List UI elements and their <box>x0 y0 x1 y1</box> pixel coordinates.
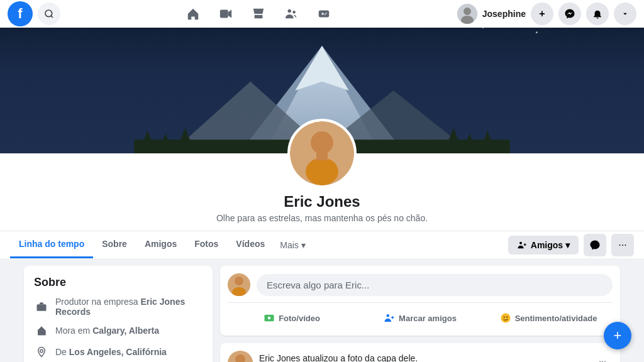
profile-avatar[interactable] <box>287 119 357 188</box>
friends-action-button[interactable]: Amigos ▾ <box>508 236 579 255</box>
profile-tabs: Linha do tempo Sobre Amigos Fotos Vídeos… <box>10 231 508 258</box>
svg-marker-3 <box>228 10 232 18</box>
tag-friends-label: Marcar amigos <box>399 314 457 323</box>
add-nav-button[interactable]: + <box>531 3 553 25</box>
composer-top: Escreva algo para Eric... <box>228 273 613 296</box>
more-actions-button[interactable]: ··· <box>611 234 634 256</box>
post-avatar[interactable] <box>228 351 253 362</box>
user-avatar-nav[interactable] <box>457 4 477 24</box>
left-panel: Sobre Produtor na empresa Eric Jones Rec… <box>24 266 213 362</box>
post-user-name[interactable]: Eric Jones atualizou a foto da capa dele… <box>259 353 418 362</box>
post-header: Eric Jones atualizou a foto da capa dele… <box>228 351 613 362</box>
groups-nav-icon[interactable] <box>276 0 306 28</box>
messenger-profile-button[interactable] <box>584 234 606 256</box>
tab-timeline[interactable]: Linha do tempo <box>10 231 93 258</box>
tab-about[interactable]: Sobre <box>93 231 136 258</box>
facebook-logo[interactable]: f <box>8 1 33 26</box>
profile-bio: Olhe para as estrelas, mas mantenha os p… <box>216 213 428 223</box>
svg-rect-44 <box>37 304 47 311</box>
svg-point-16 <box>536 31 538 33</box>
svg-point-9 <box>326 13 327 14</box>
profile-header: ✦ ✦ Eric Jones <box>0 28 644 258</box>
svg-point-56 <box>506 316 508 317</box>
search-button[interactable] <box>38 3 60 25</box>
from-city: Los Angeles, Califórnia <box>69 347 167 357</box>
composer-input[interactable]: Escreva algo para Eric... <box>257 274 613 296</box>
tab-more[interactable]: Mais ▾ <box>274 231 311 258</box>
marketplace-nav-icon[interactable] <box>243 0 274 28</box>
svg-rect-2 <box>220 10 228 18</box>
svg-text:✦: ✦ <box>519 28 525 29</box>
about-title: Sobre <box>34 276 203 289</box>
home-city: Calgary, Alberta <box>92 326 159 336</box>
gaming-nav-icon[interactable] <box>309 0 339 28</box>
svg-point-38 <box>311 131 333 154</box>
photo-video-label: Foto/vídeo <box>279 314 320 323</box>
svg-point-55 <box>503 316 504 317</box>
post-author: Eric Jones <box>259 353 300 362</box>
svg-point-5 <box>293 11 296 14</box>
profile-tabs-row: Linha do tempo Sobre Amigos Fotos Vídeos… <box>0 231 644 258</box>
about-item-home: Mora em Calgary, Alberta <box>34 323 203 338</box>
svg-point-10 <box>325 14 326 15</box>
tab-videos[interactable]: Vídeos <box>227 231 274 258</box>
svg-point-0 <box>45 10 52 17</box>
profile-body: Sobre Produtor na empresa Eric Jones Rec… <box>14 258 630 362</box>
home-icon <box>34 323 49 338</box>
svg-point-47 <box>235 277 243 285</box>
svg-point-4 <box>288 9 292 13</box>
svg-point-41 <box>519 241 522 244</box>
post-composer: Escreva algo para Eric... Foto/vídeo Mar… <box>220 266 620 336</box>
svg-line-1 <box>51 16 53 18</box>
profile-name: Eric Jones <box>284 193 360 211</box>
svg-point-50 <box>268 317 271 320</box>
tab-photos[interactable]: Fotos <box>186 231 227 258</box>
svg-point-51 <box>387 314 390 317</box>
right-panel: Escreva algo para Eric... Foto/vídeo Mar… <box>220 266 620 362</box>
post-card: Eric Jones atualizou a foto da capa dele… <box>220 343 620 362</box>
tab-friends[interactable]: Amigos <box>136 231 186 258</box>
fab-button[interactable]: + <box>604 322 631 349</box>
svg-point-12 <box>464 8 471 15</box>
main-content: ✦ ✦ Eric Jones <box>0 28 644 362</box>
nav-center <box>63 0 455 28</box>
friends-button-label: Amigos ▾ <box>531 240 570 250</box>
feeling-activity-button[interactable]: Sentimento/atividade <box>484 308 613 328</box>
about-card: Sobre Produtor na empresa Eric Jones Rec… <box>24 266 213 362</box>
menu-nav-button[interactable] <box>614 3 636 25</box>
svg-point-39 <box>306 158 338 185</box>
user-name-nav[interactable]: Josephine <box>482 9 526 19</box>
nav-left: f <box>8 1 60 26</box>
profile-tab-actions: Amigos ▾ ··· <box>508 234 634 256</box>
about-item-work: Produtor na empresa Eric Jones Records <box>34 297 203 317</box>
post-more-button[interactable]: ··· <box>592 351 613 362</box>
nav-right: Josephine + <box>457 3 636 25</box>
composer-avatar <box>228 273 250 296</box>
work-company: Eric Jones Records <box>55 297 185 317</box>
composer-actions: Foto/vídeo Marcar amigos Sentimento/ativ… <box>228 302 613 328</box>
feeling-activity-label: Sentimento/atividade <box>515 314 597 323</box>
photo-video-button[interactable]: Foto/vídeo <box>228 308 356 328</box>
home-nav-icon[interactable] <box>178 0 208 28</box>
messenger-nav-button[interactable] <box>558 3 581 25</box>
location-icon <box>34 344 49 359</box>
post-user-info: Eric Jones atualizou a foto da capa dele… <box>259 353 418 362</box>
work-icon <box>34 299 49 314</box>
video-nav-icon[interactable] <box>211 0 241 28</box>
topnav: f Josephine + <box>0 0 644 28</box>
notifications-nav-button[interactable] <box>586 3 609 25</box>
tag-friends-button[interactable]: Marcar amigos <box>356 308 484 328</box>
post-action: atualizou a foto da capa dele. <box>300 353 418 362</box>
svg-rect-40 <box>316 153 328 160</box>
profile-info-area: Eric Jones Olhe para as estrelas, mas ma… <box>0 153 644 223</box>
more-actions-icon: ··· <box>618 239 626 251</box>
about-item-from: De Los Angeles, Califórnia <box>34 344 203 359</box>
svg-point-54 <box>501 314 510 323</box>
svg-point-45 <box>40 349 43 353</box>
